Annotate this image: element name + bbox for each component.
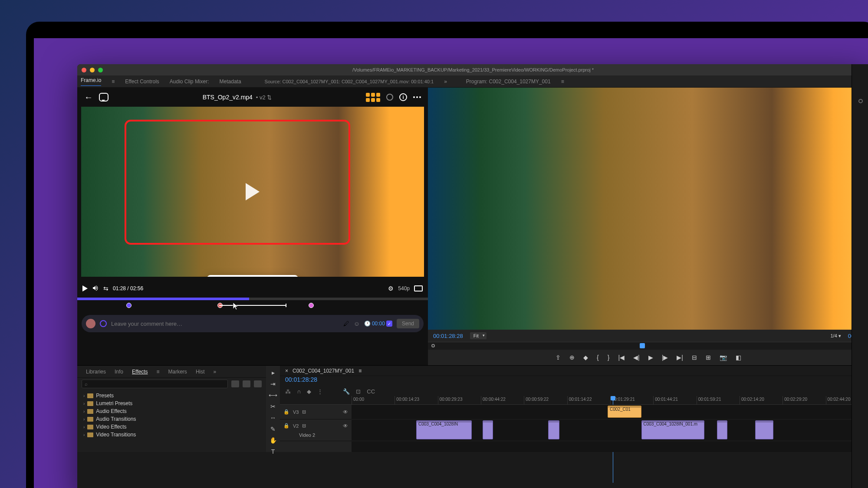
- tabs-overflow-icon[interactable]: »: [214, 369, 217, 375]
- razor-tool-icon[interactable]: ✂: [270, 403, 276, 410]
- lock-icon[interactable]: 🔒: [283, 423, 289, 429]
- tab-info[interactable]: Info: [115, 369, 123, 375]
- sequence-menu-icon[interactable]: ≡: [358, 368, 362, 374]
- tab-effect-controls[interactable]: Effect Controls: [125, 79, 159, 85]
- play-icon[interactable]: ▶: [648, 354, 653, 361]
- video-clip[interactable]: C003_C004_1028IN: [416, 420, 472, 439]
- go-to-out-icon[interactable]: ▶|: [677, 354, 683, 361]
- volume-icon[interactable]: [92, 285, 99, 293]
- tree-item[interactable]: ›Video Effects: [77, 423, 266, 431]
- program-menu-icon[interactable]: ≡: [561, 79, 564, 85]
- tabs-overflow-icon[interactable]: »: [444, 79, 447, 85]
- filter-badge-icon[interactable]: [254, 380, 262, 387]
- maximize-window-button[interactable]: [98, 68, 103, 72]
- comments-icon[interactable]: [99, 93, 108, 102]
- globe-icon[interactable]: [100, 320, 107, 327]
- lock-icon[interactable]: 🔒: [283, 409, 289, 415]
- tree-item[interactable]: ›Presets: [77, 392, 266, 400]
- timeline-settings-icon[interactable]: ⋮: [317, 388, 323, 395]
- marker-icon[interactable]: ◆: [583, 354, 588, 361]
- zoom-fit-dropdown[interactable]: Fit: [470, 332, 487, 339]
- video-clip[interactable]: [755, 420, 773, 439]
- toggle-output-icon[interactable]: 👁: [343, 409, 348, 415]
- more-menu-icon[interactable]: [413, 96, 421, 98]
- insert-overwrite-icon[interactable]: ⊡: [356, 388, 361, 395]
- frameio-marker-lane[interactable]: [77, 300, 428, 313]
- effects-search-input[interactable]: ⌕: [82, 380, 228, 388]
- tab-libraries[interactable]: Libraries: [86, 369, 106, 375]
- comparison-view-icon[interactable]: ◧: [736, 354, 741, 361]
- emoji-icon[interactable]: ☺: [354, 320, 360, 327]
- filter-badge-icon[interactable]: [231, 380, 239, 387]
- mark-out-icon[interactable]: }: [608, 354, 610, 361]
- settings-gear-icon[interactable]: ⚙: [388, 285, 394, 292]
- tree-item[interactable]: ›Audio Effects: [77, 407, 266, 415]
- type-tool-icon[interactable]: T: [271, 448, 275, 455]
- tab-frameio[interactable]: Frame.io: [81, 77, 101, 86]
- track-header-v3[interactable]: 🔒 V3 ⊟ 👁: [280, 405, 352, 419]
- step-back-icon[interactable]: ◀|: [633, 354, 640, 361]
- slip-tool-icon[interactable]: ↔: [270, 414, 276, 421]
- export-frame-icon[interactable]: ⇪: [556, 354, 561, 361]
- tree-item[interactable]: ›Video Transitions: [77, 431, 266, 439]
- effects-menu-icon[interactable]: ≡: [157, 369, 160, 375]
- comment-marker[interactable]: [309, 303, 314, 308]
- camera-icon[interactable]: 📷: [720, 354, 727, 361]
- resolution-fraction-dropdown[interactable]: 1/4 ▾: [830, 333, 841, 339]
- toggle-output-icon[interactable]: 👁: [343, 423, 348, 429]
- tab-audio-clip-mixer[interactable]: Audio Clip Mixer:: [170, 79, 209, 85]
- program-scrub-bar[interactable]: [428, 342, 868, 350]
- lift-icon[interactable]: ⊟: [692, 354, 697, 361]
- track-header-v2[interactable]: 🔒 V2 ⊟ 👁 Video 2: [280, 419, 352, 441]
- tree-item[interactable]: ›Lumetri Presets: [77, 400, 266, 407]
- resolution-label[interactable]: 540p: [398, 285, 410, 291]
- tab-history[interactable]: Hist: [196, 369, 205, 375]
- comment-marker[interactable]: [126, 303, 132, 308]
- go-to-in-icon[interactable]: |◀: [618, 354, 625, 361]
- status-circle-icon[interactable]: [386, 94, 393, 101]
- loop-icon[interactable]: ⇆: [103, 285, 108, 292]
- snap-icon[interactable]: ⁂: [285, 388, 291, 395]
- tab-metadata[interactable]: Metadata: [220, 79, 241, 85]
- traffic-lights[interactable]: [82, 68, 103, 72]
- hand-tool-icon[interactable]: ✋: [270, 437, 277, 444]
- program-playhead[interactable]: [640, 343, 645, 348]
- step-forward-icon[interactable]: |▶: [662, 354, 668, 361]
- linked-selection-icon[interactable]: ∩: [297, 388, 301, 395]
- tab-program[interactable]: Program: C002_C004_1027MY_001: [466, 79, 551, 85]
- close-window-button[interactable]: [82, 68, 86, 72]
- info-icon[interactable]: i: [399, 93, 407, 101]
- video-clip[interactable]: [717, 420, 727, 439]
- sequence-name[interactable]: C002_C004_1027MY_001: [293, 368, 354, 374]
- frameio-video[interactable]: John Can we try cropping the frame this …: [81, 107, 424, 277]
- back-button[interactable]: ←: [84, 92, 93, 102]
- timeline-timecode[interactable]: 00:01:28:28: [280, 376, 868, 386]
- fullscreen-icon[interactable]: [414, 285, 423, 291]
- selection-tool-icon[interactable]: ▸: [272, 369, 275, 376]
- insert-icon[interactable]: ⊕: [569, 354, 575, 361]
- wrench-icon[interactable]: 🔧: [343, 388, 350, 395]
- pen-tool-icon[interactable]: ✎: [270, 426, 276, 432]
- minimize-window-button[interactable]: [90, 68, 95, 72]
- video-clip[interactable]: C003_C004_1028IN_001.m: [641, 420, 704, 439]
- mark-in-icon[interactable]: {: [597, 354, 599, 361]
- video-clip[interactable]: [548, 420, 559, 439]
- caption-track-icon[interactable]: CC: [367, 388, 375, 395]
- video-clip[interactable]: [483, 420, 493, 439]
- grid-view-icon[interactable]: [366, 93, 380, 102]
- comment-input[interactable]: [111, 321, 339, 327]
- track-select-tool-icon[interactable]: ⇥: [270, 380, 276, 387]
- close-sequence-icon[interactable]: ×: [285, 368, 288, 374]
- tree-item[interactable]: ›Audio Transitions: [77, 415, 266, 423]
- program-video[interactable]: [428, 88, 868, 330]
- track-lane-v3[interactable]: C002_C01: [352, 405, 868, 419]
- toggle-sync-lock-icon[interactable]: ⊟: [302, 409, 306, 415]
- tab-markers[interactable]: Markers: [168, 369, 187, 375]
- add-marker-icon[interactable]: ◆: [307, 388, 311, 395]
- play-button[interactable]: [82, 285, 88, 291]
- ripple-edit-tool-icon[interactable]: ⟷: [269, 392, 277, 399]
- play-overlay-icon[interactable]: [246, 183, 260, 200]
- track-lane-v2[interactable]: C003_C004_1028IN C003_C004_1028IN_001.m: [352, 419, 868, 441]
- filter-badge-icon[interactable]: [243, 380, 250, 387]
- tab-effects[interactable]: Effects: [132, 369, 148, 375]
